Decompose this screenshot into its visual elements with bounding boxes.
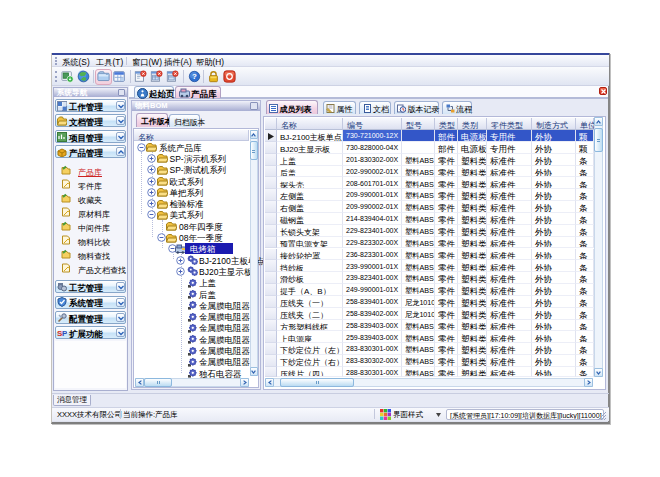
svg-text:?: ? [192, 72, 197, 81]
svg-text:P: P [62, 329, 67, 338]
